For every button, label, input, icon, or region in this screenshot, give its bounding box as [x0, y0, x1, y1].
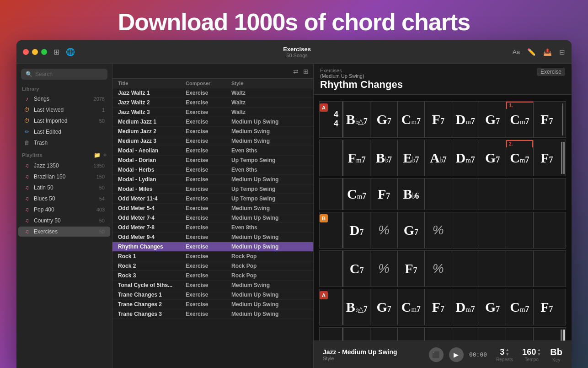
song-composer: Exercise	[186, 99, 231, 106]
song-composer: Exercise	[186, 109, 231, 115]
chord-box: F7	[533, 140, 560, 176]
stop-button[interactable]: ⬛	[429, 347, 444, 362]
tempo-stepper[interactable]: ▲▼	[537, 347, 541, 357]
chord-symbol: Cm7	[510, 112, 529, 127]
table-row[interactable]: Rock 2ExerciseRock Pop	[112, 261, 313, 271]
table-row[interactable]: Odd Meter 7-8ExerciseEven 8ths	[112, 223, 313, 233]
chart-title: Rhythm Changes	[320, 79, 403, 91]
table-row[interactable]: Odd Meter 7-4ExerciseMedium Up Swing	[112, 213, 313, 223]
sidebar-playlist-pop[interactable]: ♫ Pop 400 403	[18, 205, 110, 215]
table-row[interactable]: Trane Changes 2ExerciseMedium Up Swing	[112, 300, 313, 309]
end-barline-final	[560, 328, 566, 341]
app-window: ⊞ 🌐 Exercises 50 Songs Aa ✏️ 📤 ⊟ 🔍 Searc…	[16, 40, 572, 368]
play-button[interactable]: ▶	[449, 347, 464, 362]
song-style: Up Tempo Swing	[231, 186, 313, 192]
sidebar-playlist-jazz[interactable]: ♫ Jazz 1350 1350	[18, 161, 110, 171]
sidebar-playlist-blues[interactable]: ♫ Blues 50 54	[18, 194, 110, 204]
chord-box: A♭7	[424, 328, 451, 341]
chord-box: F7	[533, 289, 560, 325]
table-row[interactable]: Rock 1ExerciseRock Pop	[112, 252, 313, 261]
playlist-add-folder-icon[interactable]: 📁	[94, 152, 101, 158]
table-row[interactable]: Tonal Cycle of 5ths...ExerciseMedium Swi…	[112, 281, 313, 290]
chord-box: 2. Cm7	[506, 140, 533, 176]
table-row[interactable]: Rhythm ChangesExerciseMedium Up Swing	[112, 242, 313, 252]
sidebar-item-last-imported[interactable]: ⏱ Last Imported 50	[18, 116, 110, 126]
chord-symbol: B♭6	[403, 186, 419, 202]
chord-symbol: E♭7	[403, 338, 419, 341]
sidebar-playlist-exercises[interactable]: ♫ Exercises 50	[18, 227, 110, 237]
slash-note: %	[433, 261, 444, 276]
sidebar-item-trash[interactable]: 🗑 Trash	[18, 138, 110, 148]
playlist-add-icon[interactable]: +	[103, 152, 107, 158]
table-row[interactable]: Jazz Waltz 1ExerciseWaltz	[112, 88, 313, 98]
table-row[interactable]: Modal - LydianExerciseMedium Up Swing	[112, 175, 313, 184]
table-row[interactable]: Modal - DorianExerciseUp Tempo Swing	[112, 156, 313, 165]
table-row[interactable]: Rock 3ExerciseRock Pop	[112, 271, 313, 281]
chord-box-slash: %	[370, 212, 397, 248]
table-row[interactable]: Odd Meter 11-4ExerciseUp Tempo Swing	[112, 194, 313, 204]
song-style: Even 8ths	[231, 167, 313, 173]
sidebar-toggle-icon[interactable]: ⊞	[53, 48, 59, 56]
table-row[interactable]: Modal - HerbsExerciseEven 8ths	[112, 165, 313, 175]
sidebar-last-imported-label: Last Imported	[34, 118, 96, 124]
table-row[interactable]: Odd Meter 9-4ExerciseMedium Up Swing	[112, 233, 313, 242]
sidebar-playlist-exercises-label: Exercises	[34, 228, 96, 235]
section-marker-a2: A	[320, 289, 330, 325]
chords-row-1: B♭△7 G7 Cm7	[342, 102, 560, 137]
repeats-stepper[interactable]: ▲▼	[505, 347, 509, 357]
sidebar-item-songs[interactable]: ♪ Songs 2078	[18, 94, 110, 104]
table-row[interactable]: Jazz Waltz 3ExerciseWaltz	[112, 108, 313, 117]
chord-symbol: C7	[350, 261, 364, 276]
song-title: Odd Meter 9-4	[112, 234, 186, 240]
grid-view-icon[interactable]: ⊞	[303, 68, 309, 75]
chord-box-empty	[424, 179, 451, 210]
table-row[interactable]: Medium Jazz 1ExerciseMedium Up Swing	[112, 117, 313, 127]
time-sig-spacer-4	[330, 212, 342, 248]
layout-icon[interactable]: ⊟	[559, 48, 565, 56]
globe-icon[interactable]: 🌐	[66, 48, 75, 56]
section-marker-5	[320, 251, 330, 287]
shuffle-icon[interactable]: ⇄	[293, 68, 299, 75]
table-row[interactable]: Medium Jazz 3ExerciseMedium Swing	[112, 136, 313, 146]
minimize-button[interactable]	[32, 49, 38, 55]
sidebar-playlist-pop-count: 403	[96, 207, 105, 212]
sidebar-playlist-country[interactable]: ♫ Country 50 50	[18, 216, 110, 226]
song-title: Modal - Lydian	[112, 176, 186, 183]
transport-controls: ⬛ ▶ 00:00	[429, 347, 487, 362]
search-box[interactable]: 🔍 Search	[21, 69, 107, 80]
table-row[interactable]: Trane Changes 3ExerciseMedium Up Swing	[112, 309, 313, 319]
chord-symbol: Cm7	[510, 150, 529, 166]
chord-symbol: D7	[350, 222, 364, 238]
transport-meta: 3 ▲▼ Repeats 160 ▲▼	[496, 347, 562, 363]
time-signature: 44	[330, 102, 342, 137]
song-composer: Exercise	[186, 157, 231, 163]
table-row[interactable]: Odd Meter 5-4ExerciseMedium Swing	[112, 204, 313, 213]
playlist-icon-latin: ♫	[24, 184, 30, 191]
edit-icon[interactable]: ✏️	[527, 48, 536, 56]
table-row[interactable]: Jazz Waltz 2ExerciseWaltz	[112, 98, 313, 108]
sidebar-playlist-latin[interactable]: ♫ Latin 50 50	[18, 183, 110, 193]
chord-box: G7	[370, 102, 397, 137]
sidebar-item-last-edited[interactable]: ✏ Last Edited	[18, 127, 110, 137]
sidebar-item-last-viewed[interactable]: ⏱ Last Viewed 1	[18, 105, 110, 115]
sidebar-last-edited-label: Last Edited	[34, 129, 101, 135]
song-composer: Exercise	[186, 205, 231, 211]
chord-box: Cm7	[397, 102, 424, 137]
song-style: Medium Up Swing	[231, 215, 313, 221]
close-button[interactable]	[23, 49, 29, 55]
sidebar-playlist-brazilian[interactable]: ♫ Brazilian 150 150	[18, 172, 110, 182]
title-bar-icons: ⊞ 🌐	[53, 48, 75, 56]
share-icon[interactable]: 📤	[543, 48, 552, 56]
playlist-actions: 📁 +	[94, 152, 107, 158]
window-title: Exercises	[283, 46, 311, 53]
table-row[interactable]: Medium Jazz 2ExerciseMedium Swing	[112, 127, 313, 136]
table-row[interactable]: Modal - MilesExerciseUp Tempo Swing	[112, 184, 313, 194]
table-row[interactable]: Trane Changes 1ExerciseMedium Up Swing	[112, 290, 313, 300]
song-style: Medium Swing	[231, 138, 313, 144]
maximize-button[interactable]	[41, 49, 47, 55]
table-row[interactable]: Modal - AeolianExerciseEven 8ths	[112, 146, 313, 156]
song-list-toolbar: ⇄ ⊞	[112, 64, 313, 79]
section-marker-3	[320, 179, 330, 210]
font-icon[interactable]: Aa	[513, 49, 520, 55]
song-title: Jazz Waltz 1	[112, 90, 186, 96]
